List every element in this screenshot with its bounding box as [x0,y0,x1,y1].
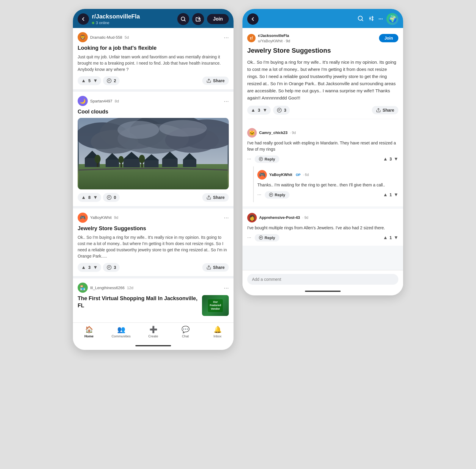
comment-button[interactable]: 3 [103,263,120,272]
subreddit-name-detail: r/JacksonvilleFla u/YaBoyKWhit · 9d [258,33,290,43]
post-author: YaBoyKWhit [90,215,112,220]
post-time: 12d [127,286,134,290]
user-avatar[interactable]: 🌍 [386,13,398,25]
comment-time: · 6d [303,173,309,177]
reply-button[interactable]: Reply [255,155,279,163]
upvote-button[interactable]: ▲ [81,195,86,200]
post-title[interactable]: Cool clouds [78,108,229,115]
post-more-button[interactable]: ··· [224,98,229,105]
add-comment-input[interactable] [247,274,398,285]
search-button[interactable] [177,13,189,25]
comment-more-button[interactable]: ··· [247,156,251,162]
svg-rect-15 [106,160,119,167]
comment-upvote[interactable]: ▲ [383,156,388,162]
join-button[interactable]: Join [207,14,229,24]
svg-rect-23 [183,160,196,167]
nav-create-label: Create [148,334,158,338]
comment-vote-group: ▲ 1 ▼ [383,192,398,197]
nav-home[interactable]: 🏠 Home [73,326,105,338]
svg-rect-21 [162,159,178,167]
right-header: ··· 🌍 [242,9,403,28]
share-button[interactable] [192,13,204,25]
svg-point-38 [259,157,263,161]
comment: 👩 Apprehensive-Post-43 · 9d I've bought … [242,209,403,246]
comment-vote-count: 1 [389,235,392,240]
avatar: 🎮 [78,213,88,223]
svg-point-32 [107,265,111,269]
online-indicator: 3 online [92,21,174,25]
comment-upvote[interactable]: ▲ [383,235,388,240]
post-title[interactable]: Looking for a job that's flexible [78,45,229,52]
reply-button[interactable]: Reply [265,191,289,199]
share-post-button[interactable]: Share [202,77,229,85]
comment-upvote[interactable]: ▲ [383,192,388,197]
post-image [78,118,229,189]
comments-section: 🐱 Camry_chick23 · 9d I've had really goo… [242,124,403,270]
comment-button[interactable]: 3 [273,106,290,115]
post-title[interactable]: The First Virtual Shopping Mall In Jacks… [78,295,198,309]
comment-more-button[interactable]: ··· [247,235,251,240]
upvote-button[interactable]: ▲ [251,107,256,113]
nav-communities-label: Communities [112,334,131,338]
post-actions: ▲ 5 ▼ 2 Share [78,76,229,85]
nav-inbox[interactable]: 🔔 Inbox [201,326,234,338]
post-title[interactable]: Jewelry Store Suggestions [78,225,229,232]
join-button-detail[interactable]: Join [379,34,398,42]
home-bar [305,291,341,292]
comment-button[interactable]: 2 [103,76,120,85]
op-badge: OP [296,173,300,177]
upvote-button[interactable]: ▲ [81,265,86,270]
comment-reply: 🎮 YaBoyKWhit OP · 6d Thanks.. I'm waitin… [257,166,398,202]
post-more-button[interactable]: ··· [224,34,229,41]
post-body: Just quit my job. Unfair team work and f… [78,54,229,73]
comment-button[interactable]: 0 [103,193,120,202]
nav-create[interactable]: ➕ Create [137,326,169,338]
svg-rect-19 [144,160,159,167]
post-more-button[interactable]: ··· [224,214,229,221]
settings-button[interactable] [368,15,375,23]
search-button[interactable] [357,15,364,23]
detail-post-body: Ok.. So I'm buying a ring for my wife.. … [247,59,398,102]
online-text: 3 online [96,21,109,25]
comment-count: 2 [114,78,116,83]
back-button[interactable] [78,13,89,25]
comment-meta: 🎮 YaBoyKWhit OP · 6d [257,170,398,180]
add-comment-bar [242,270,403,288]
share-detail-button[interactable]: Share [372,106,398,114]
comment-body: I've bought multiple rings from Allen's … [247,225,398,231]
downvote-button[interactable]: ▼ [93,78,98,83]
comment-downvote[interactable]: ▼ [394,156,398,162]
downvote-button[interactable]: ▼ [93,265,98,270]
svg-point-26 [95,155,101,163]
svg-rect-12 [79,164,228,189]
comment-downvote[interactable]: ▼ [394,192,398,197]
right-header-icons: ··· 🌍 [357,13,398,25]
back-button[interactable] [247,13,259,25]
phones-container: r/JacksonvilleFla 3 online [73,9,403,350]
comment-author: Camry_chick23 [259,130,287,135]
upvote-button[interactable]: ▲ [81,78,86,83]
more-button[interactable]: ··· [378,16,383,22]
vote-group: ▲ 8 ▼ [78,193,101,202]
comment-downvote[interactable]: ▼ [394,235,398,240]
reply-indent: 🎮 YaBoyKWhit OP · 6d Thanks.. I'm waitin… [253,166,398,202]
comment-avatar: 🐱 [247,128,257,138]
post-meta: 🏪 Ill_Lengthiness6266 12d ··· [78,283,229,293]
home-icon: 🏠 [85,326,93,334]
reply-button[interactable]: Reply [255,234,279,241]
comment-more-button[interactable]: ··· [257,192,261,197]
share-post-button[interactable]: Share [202,263,229,272]
nav-communities[interactable]: 👥 Communities [105,326,137,338]
nav-chat[interactable]: 💬 Chat [169,326,201,338]
subreddit-icon: r/ [247,34,256,42]
downvote-button[interactable]: ▼ [93,195,98,200]
downvote-button[interactable]: ▼ [263,107,267,113]
post-detail: r/ r/JacksonvilleFla u/YaBoyKWhit · 9d J… [242,28,403,124]
spacer [242,246,403,270]
share-post-button[interactable]: Share [202,193,229,202]
post-more-button[interactable]: ··· [224,284,229,291]
comment-author: YaBoyKWhit [269,172,292,177]
post-meta: 🦁 Dramatic-Mud-558 5d ··· [78,32,229,42]
comment-avatar: 👩 [247,213,257,222]
left-phone: r/JacksonvilleFla 3 online [73,9,234,350]
